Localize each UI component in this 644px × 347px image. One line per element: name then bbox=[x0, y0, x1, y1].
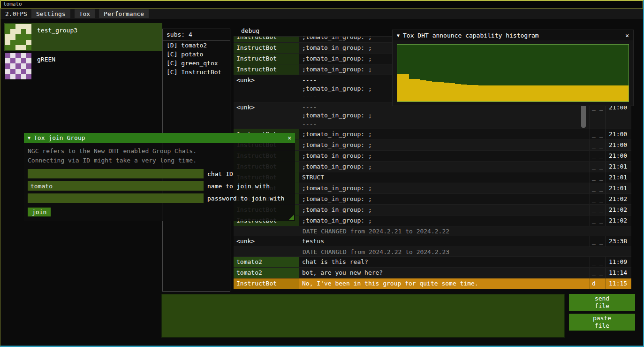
collapse-arrow-icon[interactable]: ▼ bbox=[28, 135, 30, 140]
system-message-text: DATE CHANGED from 2024.2.21 to 2024.2.22 bbox=[303, 228, 449, 235]
histogram-bar bbox=[420, 80, 426, 101]
sender-name: <unk> bbox=[234, 236, 299, 247]
menubar: 2.0FPS Settings Tox Performance bbox=[0, 8, 643, 19]
avatar-pixel bbox=[10, 53, 15, 58]
message-text: No, I've been in this group for quite so… bbox=[299, 278, 590, 289]
histogram-bar bbox=[397, 74, 403, 101]
join-password-input[interactable] bbox=[28, 193, 204, 203]
chat-message-row[interactable]: tomato2bot, are you new here?_ _11:14 bbox=[234, 268, 631, 278]
avatar-pixel bbox=[15, 63, 21, 69]
message-text: ;tomato_in_group: ; bbox=[299, 216, 590, 226]
histogram-bar bbox=[472, 85, 478, 101]
join-dialog-title: Tox join Group bbox=[34, 134, 85, 141]
message-text: ;tomato_in_group: ; bbox=[299, 205, 590, 215]
avatar-pixel bbox=[26, 29, 31, 34]
message-flags: _ _ bbox=[590, 183, 606, 193]
histogram-bar bbox=[461, 85, 467, 101]
chat-message-row[interactable]: InstructBotNo, I've been in this group f… bbox=[234, 278, 631, 289]
histogram-bar bbox=[438, 82, 443, 101]
histogram-bar bbox=[403, 74, 409, 101]
join-password-field-row: password to join with bbox=[28, 193, 291, 203]
menu-performance[interactable]: Performance bbox=[99, 9, 149, 18]
histogram-bar bbox=[501, 85, 507, 101]
titlebar[interactable]: tomato bbox=[0, 0, 643, 8]
histogram-bar bbox=[409, 79, 415, 101]
avatar-pixel bbox=[5, 40, 10, 45]
chat-message-row[interactable]: <unk>testus_ _23:38 bbox=[234, 236, 631, 247]
message-time: 23:38 bbox=[606, 236, 631, 247]
avatar-pixel bbox=[5, 74, 10, 79]
avatar-pixel bbox=[26, 69, 31, 74]
menu-tox[interactable]: Tox bbox=[75, 9, 95, 18]
menu-settings[interactable]: Settings bbox=[31, 9, 70, 18]
histogram-bar bbox=[571, 85, 576, 101]
group-list: test_group3gREEN bbox=[4, 23, 162, 81]
message-flags: _ _ bbox=[590, 205, 606, 215]
member-item[interactable]: [C] potato bbox=[163, 50, 230, 59]
message-text: ;tomato_in_group: ; bbox=[299, 194, 590, 204]
sender-name: InstructBot bbox=[234, 54, 299, 64]
join-dialog-info-line: NGC refers to the New DHT enabled Group … bbox=[28, 147, 291, 156]
avatar-pixel bbox=[26, 24, 31, 29]
message-flags: _ _ bbox=[590, 140, 606, 150]
sender-name: InstructBot bbox=[234, 36, 299, 42]
avatar-pixel bbox=[10, 74, 15, 79]
join-button[interactable]: join bbox=[28, 208, 51, 216]
avatar-pixel bbox=[26, 45, 31, 50]
member-item[interactable]: [C] InstructBot bbox=[163, 68, 230, 77]
avatar-pixel bbox=[10, 69, 15, 74]
paste-file-button[interactable]: paste file bbox=[569, 314, 635, 331]
group-item[interactable]: test_group3 bbox=[4, 23, 162, 51]
send-file-button[interactable]: send file bbox=[569, 294, 635, 311]
histogram-bar bbox=[524, 85, 530, 101]
histogram-bar bbox=[449, 83, 455, 101]
avatar-pixel bbox=[21, 24, 26, 29]
message-time: 21:00 bbox=[606, 151, 631, 161]
member-item[interactable]: [D] tomato2 bbox=[163, 41, 230, 50]
avatar-pixel bbox=[15, 29, 21, 34]
avatar-pixel bbox=[15, 40, 21, 45]
resize-grip[interactable] bbox=[288, 215, 294, 220]
avatar-pixel bbox=[26, 74, 31, 79]
close-icon[interactable]: ✕ bbox=[288, 134, 291, 141]
message-input[interactable] bbox=[161, 294, 565, 338]
close-icon[interactable]: ✕ bbox=[625, 32, 629, 39]
message-time: 21:01 bbox=[606, 162, 631, 172]
join-dialog-info-line: Connecting via ID might take a very long… bbox=[28, 156, 291, 165]
histogram-plot bbox=[397, 44, 629, 102]
message-time: 11:15 bbox=[606, 278, 631, 289]
avatar-pixel bbox=[21, 69, 26, 74]
join-name-input[interactable] bbox=[28, 181, 204, 191]
avatar-pixel bbox=[5, 53, 10, 58]
chat-message-row[interactable]: tomato2chat is this real?_ _11:09 bbox=[234, 257, 631, 268]
avatar-pixel bbox=[5, 34, 10, 39]
avatar-pixel bbox=[5, 24, 10, 29]
chat-message-row[interactable]: <unk>---- ;tomato_in_group: ; ----_ _21:… bbox=[234, 102, 631, 130]
subs-header: subs: 4 bbox=[163, 29, 230, 41]
avatar-pixel bbox=[21, 74, 26, 79]
avatar-pixel bbox=[21, 29, 26, 34]
system-message-row: DATE CHANGED from 2024.2.21 to 2024.2.22 bbox=[234, 226, 631, 236]
chat-id-input[interactable] bbox=[28, 169, 204, 178]
join-dialog-titlebar[interactable]: ▼ Tox join Group ✕ bbox=[24, 133, 295, 143]
sender-name: tomato2 bbox=[234, 268, 299, 278]
histogram-window-titlebar[interactable]: ▼ Tox DHT announce capability histogram … bbox=[393, 30, 633, 40]
histogram-bar bbox=[588, 85, 594, 101]
avatar-pixel bbox=[15, 58, 21, 63]
avatar-pixel bbox=[21, 40, 26, 45]
avatar-pixel bbox=[15, 34, 21, 39]
histogram-bar bbox=[432, 82, 438, 101]
histogram-bar bbox=[617, 85, 622, 101]
message-text: ;tomato_in_group: ; bbox=[299, 162, 590, 172]
histogram-bar bbox=[478, 85, 484, 101]
group-item[interactable]: gREEN bbox=[4, 52, 162, 80]
collapse-arrow-icon[interactable]: ▼ bbox=[397, 33, 400, 38]
avatar-pixel bbox=[5, 29, 10, 34]
histogram-bar bbox=[553, 85, 559, 101]
member-item[interactable]: [C] green_qtox bbox=[163, 59, 230, 68]
message-flags: _ _ bbox=[590, 194, 606, 204]
histogram-bar bbox=[444, 83, 449, 101]
message-text: bot, are you new here? bbox=[299, 268, 590, 278]
group-name: gREEN bbox=[32, 52, 55, 80]
message-text: testus bbox=[299, 236, 590, 247]
